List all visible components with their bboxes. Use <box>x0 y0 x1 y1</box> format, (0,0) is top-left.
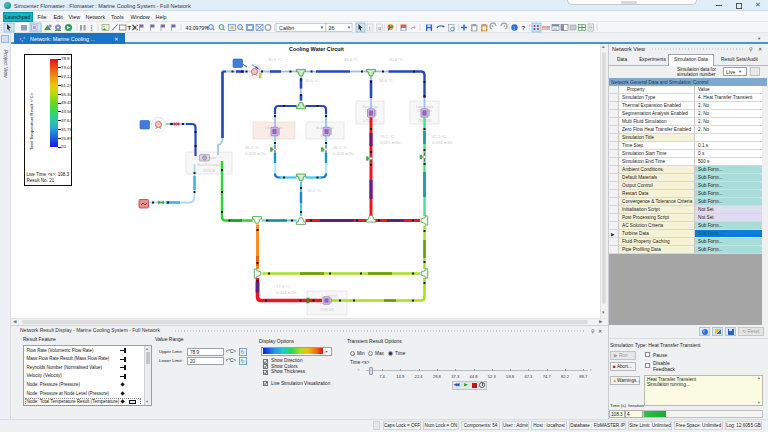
svg-text:43.0979%: 43.0979% <box>186 25 210 31</box>
svg-text:35.2 °C: 35.2 °C <box>245 145 259 150</box>
svg-text:0.034 m3/s: 0.034 m3/s <box>432 140 453 145</box>
svg-text:26: 26 <box>329 25 335 31</box>
svg-text:73.2 °C: 73.2 °C <box>380 134 394 139</box>
svg-text:30.6 °C: 30.6 °C <box>344 57 358 62</box>
svg-text:T: T <box>128 25 132 31</box>
svg-text:i: i <box>369 25 370 31</box>
svg-text:?: ? <box>522 25 526 31</box>
svg-text:0.018 m3/s: 0.018 m3/s <box>245 151 266 156</box>
svg-text:5576 W: 5576 W <box>203 169 216 173</box>
svg-text:!!: !! <box>546 25 550 31</box>
svg-text:30.6 °C: 30.6 °C <box>379 78 393 83</box>
svg-text:36.0 °C: 36.0 °C <box>333 145 347 150</box>
svg-text:u: u <box>378 25 381 31</box>
svg-text:30.6 °C: 30.6 °C <box>268 57 282 62</box>
svg-text:42.1 °C: 42.1 °C <box>432 134 446 139</box>
svg-text:36.2 °C: 36.2 °C <box>307 188 321 193</box>
svg-text:Heat Exchanger: Heat Exchanger <box>197 163 222 167</box>
svg-text:i: i <box>514 26 515 31</box>
svg-text:30.6 °C: 30.6 °C <box>305 78 319 83</box>
svg-text:77.9 °C: 77.9 °C <box>276 284 290 289</box>
svg-text:1193 kW: 1193 kW <box>320 308 334 312</box>
svg-text:0.034 m3/s: 0.034 m3/s <box>276 290 297 295</box>
svg-text:0.018 m3/s: 0.018 m3/s <box>333 151 354 156</box>
svg-text:0.015 m3/s: 0.015 m3/s <box>380 140 401 145</box>
svg-text:30.4 °C: 30.4 °C <box>389 57 403 62</box>
svg-text:Calibri: Calibri <box>279 25 294 31</box>
